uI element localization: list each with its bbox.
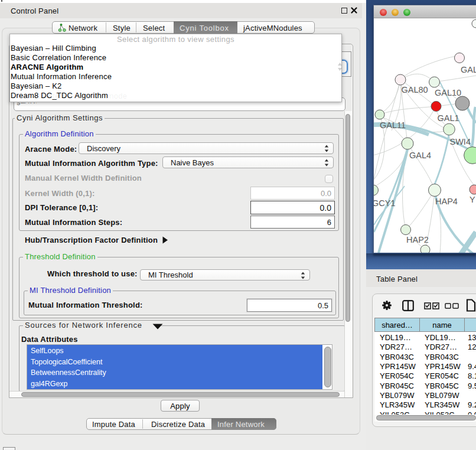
svg-text:GAL11: GAL11	[380, 120, 406, 130]
svg-text:GAL4: GAL4	[409, 151, 431, 160]
svg-text:GAL10: GAL10	[435, 88, 461, 97]
svg-text:GAL80: GAL80	[402, 85, 428, 94]
svg-text:HAP4: HAP4	[435, 197, 458, 206]
svg-text:GAL1: GAL1	[438, 113, 459, 123]
svg-text:Y: Y	[470, 195, 475, 204]
svg-text:GAL: GAL	[461, 65, 476, 74]
svg-text:SWI4: SWI4	[450, 137, 471, 146]
svg-text:HAP2: HAP2	[406, 235, 429, 244]
svg-text:GCY1: GCY1	[374, 198, 396, 208]
